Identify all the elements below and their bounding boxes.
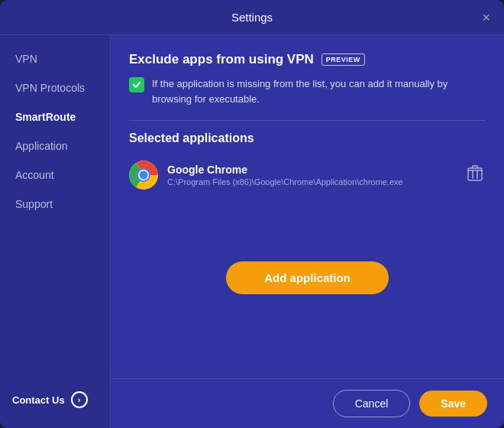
sidebar-item-smartroute[interactable]: SmartRoute — [0, 102, 110, 131]
chrome-icon — [129, 160, 158, 190]
modal-header: Settings × — [0, 0, 504, 35]
svg-point-3 — [140, 171, 148, 180]
divider — [129, 120, 486, 121]
save-button[interactable]: Save — [419, 391, 487, 417]
sidebar-item-vpn[interactable]: VPN — [0, 44, 110, 73]
app-info: Google Chrome C:\Program Files (x86)\Goo… — [167, 164, 455, 186]
modal-title: Settings — [231, 11, 273, 24]
close-button[interactable]: × — [482, 11, 490, 24]
selected-apps-title: Selected applications — [129, 131, 486, 145]
sidebar-item-vpn-protocols[interactable]: VPN Protocols — [0, 73, 110, 102]
modal-body: VPN VPN Protocols SmartRoute Application… — [0, 35, 504, 428]
exclude-section-title: Exclude apps from using VPN PREVIEW — [129, 52, 486, 67]
svg-line-9 — [477, 166, 478, 168]
app-row: Google Chrome C:\Program Files (x86)\Goo… — [129, 156, 486, 194]
app-path: C:\Program Files (x86)\Google\Chrome\App… — [167, 177, 455, 186]
app-name: Google Chrome — [167, 164, 455, 176]
contact-us-link[interactable]: Contact Us › — [0, 381, 110, 419]
main-content: Exclude apps from using VPN PREVIEW If t… — [111, 35, 504, 378]
info-box: If the application is missing from the l… — [129, 76, 486, 106]
cancel-button[interactable]: Cancel — [333, 390, 411, 417]
contact-us-icon: › — [71, 391, 88, 408]
sidebar-item-application[interactable]: Application — [0, 131, 110, 160]
sidebar-item-support[interactable]: Support — [0, 190, 110, 219]
sidebar-item-account[interactable]: Account — [0, 160, 110, 190]
sidebar: VPN VPN Protocols SmartRoute Application… — [0, 35, 111, 428]
settings-modal: Settings × VPN VPN Protocols SmartRoute … — [0, 0, 504, 428]
contact-us-label: Contact Us — [12, 394, 65, 406]
add-application-button[interactable]: Add application — [226, 261, 389, 294]
delete-app-button[interactable] — [464, 162, 486, 189]
svg-line-8 — [472, 166, 473, 168]
preview-badge: PREVIEW — [321, 54, 365, 66]
info-text: If the application is missing from the l… — [152, 76, 486, 106]
footer-row: Cancel Save — [111, 378, 504, 428]
add-app-area: Add application — [129, 194, 486, 362]
checkbox-checked[interactable] — [129, 77, 144, 92]
exclude-title-text: Exclude apps from using VPN — [129, 52, 314, 67]
